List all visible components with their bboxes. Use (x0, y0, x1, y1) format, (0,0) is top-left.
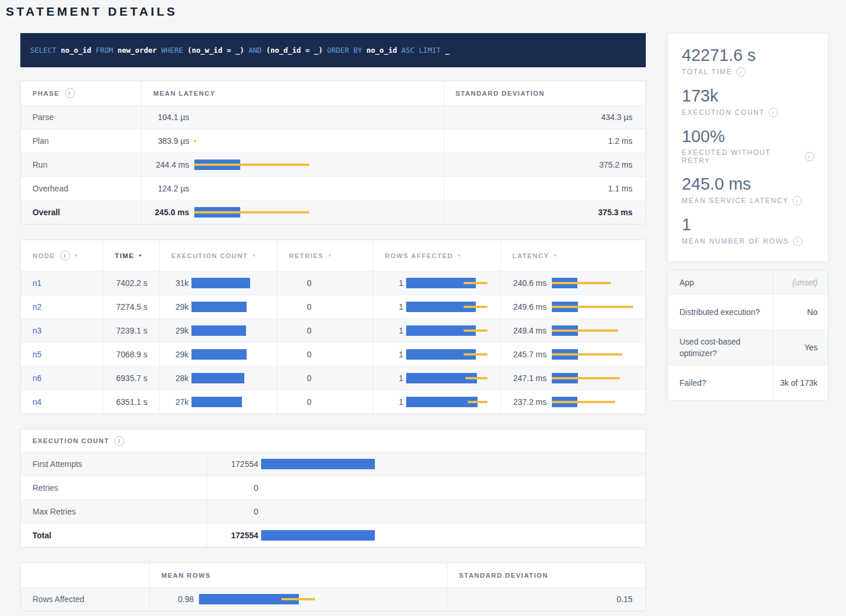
stddev-whisker (194, 164, 309, 166)
latency-cell: 247.1 ms (500, 367, 645, 390)
mean-latency-header-label: MEAN LATENCY (153, 90, 215, 97)
execution-count-value: 172554 (207, 459, 258, 469)
summary-stat-value: 1 (682, 215, 814, 234)
execution-count-value-cell: 0 (207, 500, 645, 523)
rows-affected-cell: 1 (373, 319, 500, 342)
mean-rows-table-header: MEAN ROWS STANDARD DEVIATION (21, 563, 645, 587)
rows-affected-cell: 1 (373, 367, 500, 390)
mean-bar (191, 325, 246, 336)
phase-header-label: PHASE (32, 90, 60, 97)
stddev-whisker (464, 282, 487, 284)
rows-affected-cell: 1 (373, 343, 500, 366)
node-link[interactable]: n4 (32, 397, 42, 407)
execution-count-cell: 31k (159, 271, 277, 295)
latency-cell: 240.6 ms (500, 271, 645, 295)
node-table-body: n17402.2 s31k01240.6 msn27274.5 s29k0124… (21, 271, 645, 414)
property-value: 3k of 173k (773, 365, 828, 400)
info-icon[interactable]: i (60, 251, 70, 260)
latency-bar (194, 207, 316, 218)
node-column-header[interactable]: NODE i ▼ (21, 240, 103, 271)
phase-row: Parse104.1 µs434.3 µs (21, 105, 645, 129)
info-icon[interactable]: i (769, 108, 778, 117)
phase-mean-latency-cell: 245.0 ms (141, 201, 443, 224)
execution-count-column-header[interactable]: EXECUTION COUNT ▼ (159, 240, 277, 271)
node-link[interactable]: n2 (32, 302, 42, 311)
execution-count-row: Total172554 (21, 523, 645, 547)
time-cell: 7402.2 s (103, 271, 159, 295)
rows-affected-header-label: ROWS AFFECTED (385, 252, 453, 259)
node-row: n46351.1 s27k01237.2 ms (21, 390, 645, 414)
retries-value: 0 (277, 374, 341, 383)
info-icon[interactable]: i (805, 152, 814, 161)
stddev-whisker (194, 140, 196, 142)
rows-affected-value: 1 (373, 374, 403, 383)
sql-keyword: WHERE (157, 46, 183, 55)
mean-rows-row-label: Rows Affected (21, 588, 149, 611)
latency-value: 240.6 ms (501, 278, 547, 288)
execution-count-bar (191, 373, 250, 383)
execution-count-row-label: First Attempts (21, 452, 207, 476)
node-link[interactable]: n1 (32, 278, 42, 288)
execution-count-value: 172554 (207, 531, 258, 540)
phase-mean-latency-cell: 383.9 µs (141, 129, 443, 153)
time-column-header[interactable]: TIME ▼ (103, 240, 159, 271)
statement-properties-card: App(unset)Distributed execution?NoUsed c… (667, 270, 829, 401)
retries-value: 0 (277, 278, 341, 288)
sql-statement-bar: SELECT no_o_id FROM new_order WHERE (no_… (20, 33, 646, 67)
info-icon[interactable]: i (65, 88, 75, 98)
execution-count-value-cell: 172554 (207, 524, 645, 547)
execution-count-row-label: Total (21, 524, 207, 547)
summary-stat-label: EXECUTION COUNTi (682, 108, 814, 117)
stddev-whisker (552, 401, 615, 403)
node-link[interactable]: n3 (32, 326, 42, 335)
execution-count-bar (191, 349, 250, 360)
info-icon[interactable]: i (793, 196, 802, 205)
rows-affected-bar (406, 373, 489, 383)
latency-bar (552, 325, 634, 336)
info-icon[interactable]: i (793, 237, 802, 246)
execution-count-table: EXECUTION COUNT i First Attempts172554Re… (20, 429, 646, 548)
phase-stddev-value: 1.1 ms (443, 177, 645, 200)
rows-affected-cell: 1 (373, 271, 500, 295)
summary-stat-label: TOTAL TIMEi (682, 67, 814, 77)
phase-row: Plan383.9 µs1.2 ms (21, 129, 645, 153)
node-cell: n2 (21, 295, 103, 318)
sql-keyword: AND (244, 46, 262, 55)
execution-count-bar (191, 397, 250, 407)
info-icon[interactable]: i (114, 436, 124, 446)
property-label: App (668, 270, 773, 294)
latency-value: 249.6 ms (501, 302, 547, 311)
node-row: n17402.2 s31k01240.6 ms (21, 271, 645, 295)
retries-value: 0 (277, 397, 341, 407)
property-value: Yes (773, 330, 828, 365)
execution-count-title-label: EXECUTION COUNT (32, 437, 109, 444)
summary-stat-label-text: MEAN NUMBER OF ROWS (682, 237, 789, 245)
phase-stddev-value: 434.3 µs (443, 106, 645, 129)
mean-bar (191, 373, 244, 383)
latency-column-header[interactable]: LATENCY ▼ (500, 240, 645, 271)
sort-arrow-icon: ▼ (74, 253, 79, 258)
retries-column-header[interactable]: RETRIES ▼ (277, 240, 373, 271)
node-link[interactable]: n6 (32, 374, 42, 383)
phase-mean-latency-value: 245.0 ms (142, 208, 189, 217)
execution-count-cell: 27k (159, 390, 277, 414)
execution-count-value: 31k (160, 278, 189, 288)
execution-count-bar (191, 325, 250, 336)
property-row: App(unset) (668, 270, 828, 294)
stddev-whisker (464, 353, 487, 356)
mean-rows-table: MEAN ROWS STANDARD DEVIATION Rows Affect… (20, 563, 646, 611)
latency-bar (552, 397, 634, 407)
property-label: Used cost-based optimizer? (668, 330, 773, 365)
phase-row: Overall245.0 ms375.3 ms (21, 200, 645, 224)
summary-stat: 1MEAN NUMBER OF ROWSi (682, 215, 814, 246)
sort-arrow-icon: ▼ (328, 253, 332, 258)
mean-bar (191, 349, 247, 360)
phase-mean-latency-value: 383.9 µs (142, 136, 189, 146)
node-link[interactable]: n5 (32, 350, 42, 359)
mean-bar (406, 397, 478, 407)
info-icon[interactable]: i (736, 67, 746, 77)
rows-affected-column-header[interactable]: ROWS AFFECTED ▼ (373, 240, 500, 271)
mean-bar (191, 302, 247, 312)
time-cell: 6935.7 s (103, 367, 159, 390)
execution-count-value: 28k (160, 374, 189, 383)
